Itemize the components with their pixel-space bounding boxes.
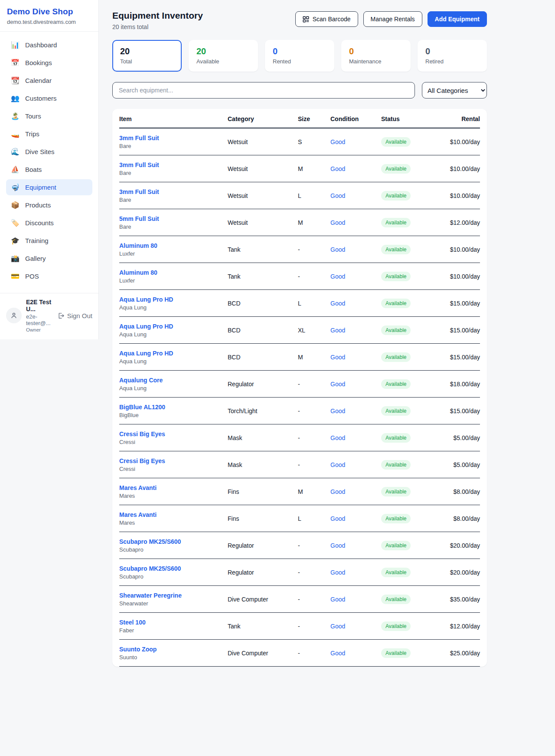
- condition-link[interactable]: Good: [330, 596, 381, 603]
- size-cell: L: [298, 515, 330, 522]
- condition-link[interactable]: Good: [330, 461, 381, 468]
- sidebar-item-trips[interactable]: 🚤 Trips: [6, 126, 92, 142]
- sidebar-item-pos[interactable]: 💳 POS: [6, 268, 92, 284]
- sidebar-item-calendar[interactable]: 📆 Calendar: [6, 72, 92, 89]
- status-badge: Available: [381, 137, 411, 147]
- sidebar-item-training[interactable]: 🎓 Training: [6, 233, 92, 249]
- table-row: Scubapro MK25/S600 Scubapro Regulator - …: [119, 532, 480, 559]
- sidebar-item-equipment[interactable]: 🤿 Equipment: [6, 179, 92, 195]
- condition-link[interactable]: Good: [330, 246, 381, 253]
- stat-card[interactable]: 0 Maintenance: [341, 40, 411, 72]
- item-name-link[interactable]: Cressi Big Eyes: [119, 431, 228, 437]
- condition-link[interactable]: Good: [330, 138, 381, 145]
- stat-label: Maintenance: [349, 58, 403, 65]
- condition-link[interactable]: Good: [330, 650, 381, 657]
- item-name-link[interactable]: Mares Avanti: [119, 484, 228, 491]
- stat-card[interactable]: 20 Available: [189, 40, 258, 72]
- nav-item-icon: 🏷️: [11, 219, 20, 227]
- sidebar-item-tours[interactable]: 🏝️ Tours: [6, 108, 92, 124]
- title-block: Equipment Inventory 20 items total: [112, 10, 203, 30]
- item-name-link[interactable]: Aqua Lung Pro HD: [119, 350, 228, 357]
- status-cell: Available: [381, 379, 437, 389]
- scan-barcode-button[interactable]: Scan Barcode: [295, 11, 358, 27]
- item-name-link[interactable]: Aqua Lung Pro HD: [119, 323, 228, 330]
- status-badge: Available: [381, 595, 411, 604]
- item-name-link[interactable]: Scubapro MK25/S600: [119, 565, 228, 572]
- condition-link[interactable]: Good: [330, 165, 381, 172]
- condition-link[interactable]: Good: [330, 623, 381, 630]
- item-cell: Shearwater Peregrine Shearwater: [119, 592, 228, 607]
- add-equipment-button[interactable]: Add Equipment: [428, 11, 487, 27]
- item-name-link[interactable]: Aluminum 80: [119, 269, 228, 276]
- brand-name[interactable]: Demo Dive Shop: [7, 7, 91, 16]
- item-name-link[interactable]: Cressi Big Eyes: [119, 457, 228, 464]
- item-cell: Scubapro MK25/S600 Scubapro: [119, 565, 228, 580]
- sign-out-button[interactable]: Sign Out: [57, 312, 92, 319]
- column-header-condition: Condition: [330, 115, 381, 122]
- item-name-link[interactable]: BigBlue AL1200: [119, 404, 228, 411]
- item-brand: Aqua Lung: [119, 331, 228, 338]
- stat-card[interactable]: 0 Rented: [265, 40, 334, 72]
- sidebar-item-dive-sites[interactable]: 🌊 Dive Sites: [6, 144, 92, 160]
- condition-link[interactable]: Good: [330, 354, 381, 361]
- sidebar-item-customers[interactable]: 👥 Customers: [6, 90, 92, 106]
- rental-cell: $8.00/day: [437, 488, 480, 495]
- item-name-link[interactable]: Scubapro MK25/S600: [119, 538, 228, 545]
- rental-cell: $15.00/day: [437, 300, 480, 307]
- rental-cell: $25.00/day: [437, 650, 480, 657]
- sidebar-item-products[interactable]: 📦 Products: [6, 197, 92, 213]
- sidebar-item-bookings[interactable]: 📅 Bookings: [6, 55, 92, 71]
- table-row: Mares Avanti Mares Fins L Good Available…: [119, 505, 480, 532]
- item-brand: Mares: [119, 519, 228, 526]
- item-name-link[interactable]: 5mm Full Suit: [119, 215, 228, 222]
- sidebar-item-dashboard[interactable]: 📊 Dashboard: [6, 37, 92, 53]
- condition-link[interactable]: Good: [330, 488, 381, 495]
- sidebar-item-boats[interactable]: ⛵ Boats: [6, 161, 92, 177]
- rental-cell: $12.00/day: [437, 623, 480, 630]
- sidebar-item-discounts[interactable]: 🏷️ Discounts: [6, 215, 92, 231]
- stat-card[interactable]: 0 Retired: [418, 40, 487, 72]
- stat-card[interactable]: 20 Total: [112, 40, 182, 72]
- condition-link[interactable]: Good: [330, 434, 381, 441]
- nav-item-label: Products: [25, 201, 51, 209]
- nav-item-label: Boats: [25, 166, 42, 173]
- item-name-link[interactable]: Aqua Lung Pro HD: [119, 296, 228, 303]
- category-select[interactable]: All Categories: [422, 82, 487, 99]
- nav-item-icon: 📆: [11, 76, 20, 85]
- item-name-link[interactable]: Aluminum 80: [119, 242, 228, 249]
- condition-link[interactable]: Good: [330, 300, 381, 307]
- condition-link[interactable]: Good: [330, 273, 381, 280]
- item-name-link[interactable]: Mares Avanti: [119, 511, 228, 518]
- item-name-link[interactable]: Steel 100: [119, 619, 228, 626]
- item-name-link[interactable]: Aqualung Core: [119, 377, 228, 384]
- item-name-link[interactable]: 3mm Full Suit: [119, 135, 228, 141]
- condition-link[interactable]: Good: [330, 408, 381, 414]
- user-meta: E2E Test U... e2e-tester@... Owner: [26, 299, 53, 332]
- item-brand: Luxfer: [119, 250, 228, 257]
- condition-link[interactable]: Good: [330, 515, 381, 522]
- condition-link[interactable]: Good: [330, 327, 381, 334]
- size-cell: -: [298, 461, 330, 468]
- category-cell: Regulator: [228, 542, 298, 549]
- condition-link[interactable]: Good: [330, 381, 381, 388]
- nav-item-label: Bookings: [25, 59, 52, 66]
- rental-cell: $20.00/day: [437, 542, 480, 549]
- item-name-link[interactable]: Suunto Zoop: [119, 646, 228, 653]
- nav-item-icon: 🚤: [11, 130, 20, 138]
- condition-link[interactable]: Good: [330, 192, 381, 199]
- status-cell: Available: [381, 487, 437, 496]
- search-input[interactable]: [112, 82, 415, 99]
- nav-item-icon: 🤿: [11, 183, 20, 191]
- condition-link[interactable]: Good: [330, 569, 381, 576]
- sidebar-item-gallery[interactable]: 📸 Gallery: [6, 250, 92, 266]
- manage-rentals-button[interactable]: Manage Rentals: [363, 11, 422, 27]
- condition-link[interactable]: Good: [330, 219, 381, 226]
- item-name-link[interactable]: 3mm Full Suit: [119, 161, 228, 168]
- item-brand: Aqua Lung: [119, 385, 228, 391]
- item-cell: Steel 100 Faber: [119, 619, 228, 634]
- item-name-link[interactable]: Shearwater Peregrine: [119, 592, 228, 599]
- table-header-row: Item Category Size Condition Status Rent…: [119, 109, 480, 128]
- size-cell: -: [298, 596, 330, 603]
- condition-link[interactable]: Good: [330, 542, 381, 549]
- item-name-link[interactable]: 3mm Full Suit: [119, 188, 228, 195]
